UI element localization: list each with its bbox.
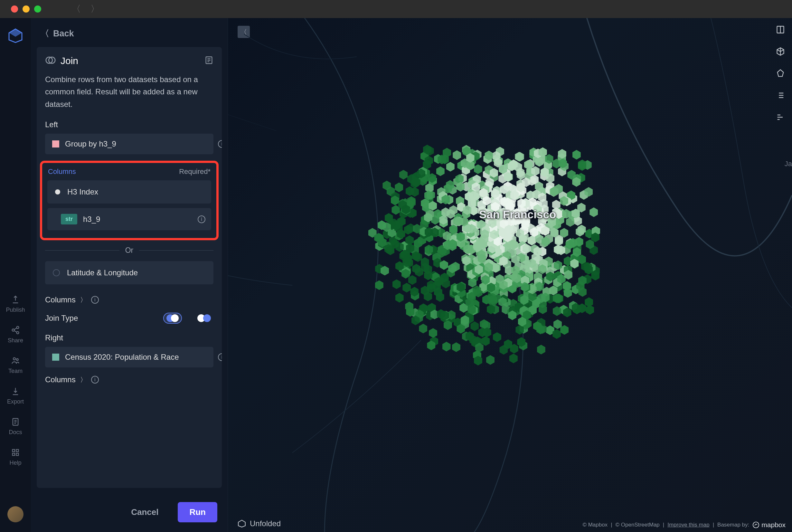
svg-point-4	[16, 332, 19, 334]
upload-icon	[10, 294, 21, 305]
attr-basemap: Basemap by:	[717, 522, 749, 528]
maximize-window-button[interactable]	[34, 5, 41, 13]
close-window-button[interactable]	[11, 5, 18, 13]
browser-back-button[interactable]: 〈	[72, 3, 81, 15]
divider	[139, 250, 213, 250]
info-icon[interactable]: i	[218, 353, 222, 361]
rail-help[interactable]: Help	[9, 447, 21, 466]
columns-label: Columns	[48, 168, 76, 176]
cancel-button[interactable]: Cancel	[119, 502, 170, 522]
rail-share[interactable]: Share	[8, 325, 23, 344]
dataset-swatch-icon	[52, 354, 59, 361]
h3-index-label: H3 Index	[67, 187, 98, 196]
map-tools-rail	[775, 24, 786, 122]
3d-view-button[interactable]	[775, 46, 786, 57]
user-avatar[interactable]	[7, 506, 23, 522]
rail-team[interactable]: Team	[8, 356, 22, 375]
map-canvas[interactable]: 〈 San Francisco Ja	[228, 18, 792, 532]
dataset-swatch-icon	[52, 140, 59, 148]
panel-title: Join	[60, 55, 78, 66]
right-columns-expand[interactable]: Columns 〉 i	[37, 374, 222, 393]
divider	[45, 250, 119, 250]
help-icon	[10, 447, 21, 458]
lat-lng-option[interactable]: Latitude & Longitude	[45, 261, 213, 284]
icon-rail: Publish Share Team Export Docs	[0, 18, 31, 532]
browser-forward-button[interactable]: 〉	[91, 3, 99, 15]
chevron-right-icon: 〉	[80, 376, 86, 384]
svg-point-2	[16, 326, 19, 328]
columns-expand-label: Columns	[45, 295, 76, 304]
rail-export[interactable]: Export	[7, 386, 24, 405]
info-icon[interactable]: i	[198, 215, 206, 223]
required-label: Required*	[179, 168, 211, 176]
left-dataset-name: Group by h3_9	[65, 139, 206, 149]
right-section-label: Right	[37, 333, 222, 347]
svg-point-5	[13, 358, 16, 360]
left-columns-expand[interactable]: Columns 〉 i	[37, 294, 222, 313]
join-icon	[45, 55, 56, 67]
run-button[interactable]: Run	[178, 502, 217, 522]
map-hex-layer	[360, 144, 605, 369]
svg-point-3	[12, 329, 14, 331]
map-east-label: Ja	[785, 160, 792, 168]
right-dataset-select[interactable]: Census 2020: Population & Race i	[45, 347, 213, 367]
svg-marker-12	[777, 70, 784, 76]
field-name: h3_9	[83, 215, 100, 224]
join-type-left[interactable]	[163, 313, 182, 324]
lat-lng-label: Latitude & Longitude	[67, 268, 138, 277]
svg-point-6	[16, 359, 18, 361]
mapbox-logo[interactable]: mapbox	[752, 521, 786, 529]
attr-osm[interactable]: © OpenStreetMap	[616, 522, 660, 528]
attr-improve[interactable]: Improve this map	[668, 522, 709, 528]
svg-marker-1	[9, 29, 22, 37]
columns-expand-label: Columns	[45, 375, 76, 384]
chevron-left-icon: 〈	[41, 28, 49, 39]
h3-field-select[interactable]: str h3_9 i	[47, 208, 211, 230]
legend-button[interactable]	[775, 90, 786, 100]
or-label: Or	[125, 246, 134, 255]
left-dataset-select[interactable]: Group by h3_9 i	[45, 134, 213, 154]
join-type-label: Join Type	[45, 314, 78, 323]
browser-nav: 〈 〉	[72, 3, 99, 15]
svg-point-14	[753, 522, 759, 528]
team-icon	[10, 356, 21, 366]
back-label: Back	[53, 28, 74, 39]
right-dataset-name: Census 2020: Population & Race	[65, 353, 206, 362]
split-view-button[interactable]	[775, 24, 786, 35]
h3-index-option[interactable]: H3 Index	[47, 180, 211, 204]
app-logo[interactable]	[8, 28, 23, 43]
unfolded-watermark: Unfolded	[237, 519, 281, 528]
rail-docs[interactable]: Docs	[9, 417, 22, 436]
chart-button[interactable]	[775, 112, 786, 122]
minimize-window-button[interactable]	[22, 5, 30, 13]
draw-button[interactable]	[775, 68, 786, 79]
attr-mapbox[interactable]: © Mapbox	[582, 522, 607, 528]
left-section-label: Left	[37, 120, 222, 134]
map-attribution: © Mapbox | © OpenStreetMap | Improve thi…	[582, 521, 786, 529]
export-icon	[10, 386, 21, 396]
docs-link-icon[interactable]	[205, 56, 213, 66]
map-city-label: San Francisco	[479, 208, 556, 221]
svg-marker-13	[238, 520, 245, 527]
join-panel: 〈 Back Join Combine rows from two datase…	[31, 18, 228, 532]
info-icon[interactable]: i	[91, 296, 99, 304]
type-badge: str	[61, 214, 77, 225]
share-icon	[10, 325, 21, 335]
info-icon[interactable]: i	[91, 376, 99, 383]
window-controls	[11, 5, 41, 13]
rail-publish[interactable]: Publish	[6, 294, 25, 314]
window-titlebar: 〈 〉	[0, 0, 792, 18]
info-icon[interactable]: i	[218, 140, 222, 148]
join-type-inner[interactable]	[195, 313, 213, 324]
docs-icon	[10, 417, 21, 427]
panel-description: Combine rows from two datasets based on …	[37, 73, 222, 120]
columns-highlight: Columns Required* H3 Index str h3_9 i	[40, 161, 218, 240]
chevron-right-icon: 〉	[80, 296, 86, 304]
radio-selected-icon	[55, 189, 60, 194]
back-button[interactable]: 〈 Back	[31, 28, 228, 47]
radio-unselected-icon	[53, 269, 60, 276]
